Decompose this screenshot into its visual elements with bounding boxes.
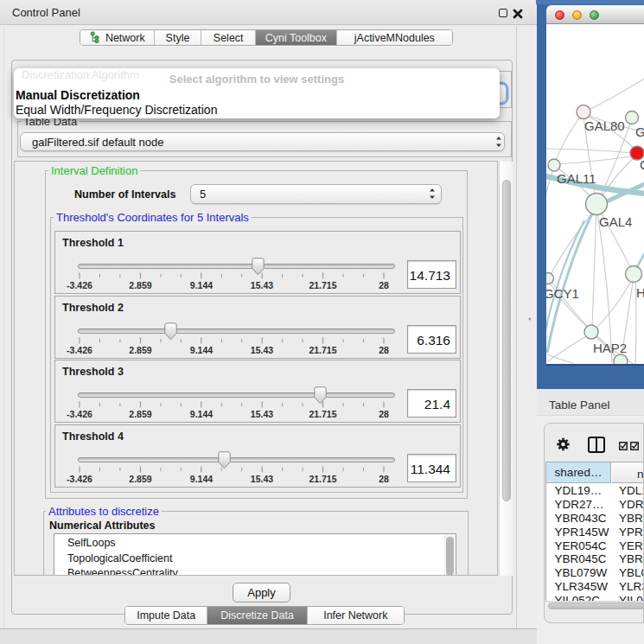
svg-text:H: H [636,285,644,300]
svg-text:G.: G. [635,124,644,139]
svg-text:GCY1: GCY1 [546,286,579,301]
svg-text:HAP2: HAP2 [593,341,627,355]
svg-text:GAL11: GAL11 [557,171,596,186]
svg-text:GAL4: GAL4 [599,214,632,229]
svg-text:C: C [640,157,644,172]
svg-text:GAL80: GAL80 [584,118,625,133]
